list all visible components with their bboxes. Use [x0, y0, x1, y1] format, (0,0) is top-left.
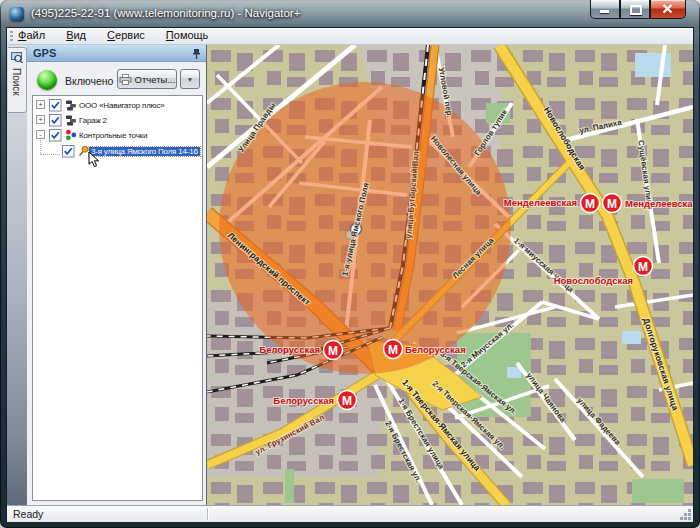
caption-buttons: [590, 0, 686, 19]
expand-icon[interactable]: +: [36, 100, 45, 109]
reports-dropdown-button[interactable]: ▼: [180, 69, 200, 89]
app-icon: [10, 7, 24, 21]
checkbox-checked[interactable]: [49, 129, 62, 142]
dock-strip: Поиск: [7, 45, 27, 505]
checkpoints-group-icon: [65, 129, 77, 141]
metro-station-label: Менделеевская: [504, 197, 577, 208]
tree-row-navigator-plus[interactable]: + ООО «Навигатор плюс»: [33, 98, 202, 113]
gps-panel-header[interactable]: GPS: [27, 45, 206, 62]
chevron-down-icon: ▼: [187, 76, 193, 83]
menu-grip[interactable]: [10, 31, 13, 41]
tab-search[interactable]: Поиск: [8, 47, 27, 113]
menu-view[interactable]: Вид: [59, 28, 93, 41]
title-bar[interactable]: (495)225-22-91 (www.telemonitoring.ru) -…: [0, 0, 700, 28]
close-icon: [662, 4, 673, 14]
svg-text:М: М: [585, 197, 595, 211]
menu-help[interactable]: Помощь: [159, 28, 216, 41]
minimize-icon: [600, 10, 609, 13]
gps-panel-title: GPS: [33, 47, 56, 59]
metro-station-label: Менделеевская: [625, 198, 693, 209]
status-text: Ready: [13, 508, 43, 520]
metro-station-icon[interactable]: М: [581, 194, 600, 213]
metro-station-label: Белорусская: [259, 344, 320, 355]
checkbox-checked[interactable]: [62, 145, 75, 158]
app-window: (495)225-22-91 (www.telemonitoring.ru) -…: [0, 0, 700, 528]
checkbox-checked[interactable]: [49, 114, 62, 127]
gps-tree[interactable]: + ООО «Навигатор плюс» +: [32, 95, 203, 501]
metro-station-label: Новослободская: [554, 275, 633, 286]
reports-button[interactable]: Отчеты...: [117, 69, 177, 89]
tab-search-label: Поиск: [11, 68, 22, 96]
svg-text:М: М: [342, 394, 352, 408]
tree-row-control-points[interactable]: - Контрольные точки: [33, 128, 202, 143]
client-area: Файл Вид Сервис Помощь Поиск GPS: [7, 28, 693, 521]
tree-row-garage-2[interactable]: + Гараж 2: [33, 113, 202, 128]
vehicle-group-icon: [65, 99, 77, 111]
resize-grip[interactable]: [679, 508, 692, 521]
reports-button-label: Отчеты...: [135, 74, 176, 85]
expand-icon[interactable]: +: [36, 115, 45, 124]
svg-text:М: М: [328, 344, 338, 358]
metro-station-icon[interactable]: М: [338, 391, 357, 410]
status-bar: Ready: [7, 505, 693, 522]
metro-station-label: Белорусская: [405, 344, 466, 355]
metro-station-icon[interactable]: М: [324, 341, 343, 360]
metro-station-icon[interactable]: М: [384, 340, 403, 359]
tree-row-checkpoint-address[interactable]: 3-я улица Ямского Поля 14-16: [33, 144, 202, 159]
mouse-cursor-icon: [88, 151, 100, 169]
svg-text:М: М: [388, 343, 398, 357]
menu-service[interactable]: Сервис: [100, 28, 152, 41]
gps-status-indicator: [37, 70, 57, 90]
map-panel: Улица Правды Угловой пер. Новолесная ули…: [206, 45, 693, 505]
svg-text:М: М: [607, 197, 617, 211]
close-button[interactable]: [650, 0, 686, 19]
screen: (495)225-22-91 (www.telemonitoring.ru) -…: [0, 0, 700, 528]
menu-file[interactable]: Файл: [11, 28, 52, 41]
metro-station-label: Белорусская: [273, 395, 334, 406]
gps-status-label: Включено: [65, 75, 113, 87]
checkbox-checked[interactable]: [49, 99, 62, 112]
vehicle-group-icon: [65, 114, 77, 126]
menu-bar: Файл Вид Сервис Помощь: [7, 28, 693, 45]
tree-item-label[interactable]: Контрольные точки: [79, 131, 147, 140]
printer-icon: [119, 74, 132, 85]
tree-item-label-selected[interactable]: 3-я улица Ямского Поля 14-16: [89, 147, 200, 156]
search-icon: [11, 51, 23, 63]
svg-text:М: М: [638, 260, 648, 274]
tree-item-label[interactable]: ООО «Навигатор плюс»: [79, 101, 164, 110]
collapse-icon[interactable]: -: [36, 130, 45, 139]
pin-icon[interactable]: [192, 48, 201, 60]
window-title: (495)225-22-91 (www.telemonitoring.ru) -…: [31, 0, 300, 28]
maximize-button[interactable]: [620, 0, 650, 19]
minimize-button[interactable]: [590, 0, 620, 19]
metro-station-icon[interactable]: М: [603, 194, 622, 213]
map-canvas[interactable]: Улица Правды Угловой пер. Новолесная ули…: [207, 45, 693, 505]
gps-panel: GPS Включено Отчеты... ▼: [27, 45, 207, 505]
status-bar-divider: [207, 508, 209, 520]
maximize-icon: [630, 5, 642, 15]
tree-item-label[interactable]: Гараж 2: [79, 116, 107, 125]
metro-station-icon[interactable]: М: [634, 257, 653, 276]
